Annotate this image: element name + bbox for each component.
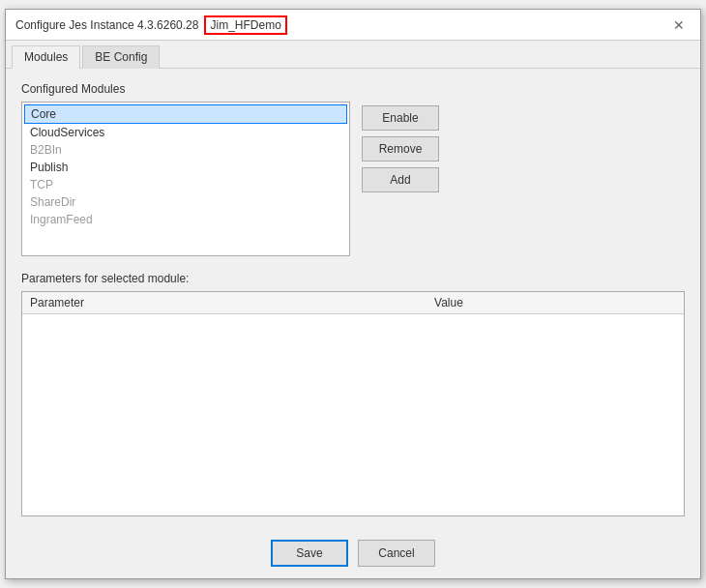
dialog-title: Configure Jes Instance 4.3.6260.28 [15,18,198,32]
modules-section-label: Configured Modules [21,82,685,96]
module-item-b2bin[interactable]: B2BIn [24,141,347,159]
module-item-publish[interactable]: Publish [24,159,347,176]
module-item-core[interactable]: Core [24,104,347,124]
modules-area: CoreCloudServicesB2BInPublishTCPShareDir… [21,102,685,256]
module-item-cloudservices[interactable]: CloudServices [24,124,347,141]
params-label: Parameters for selected module: [21,272,685,285]
module-item-tcp[interactable]: TCP [24,176,347,193]
tab-beconfig[interactable]: BE Config [82,45,160,69]
param-col-header: Parameter [22,292,427,314]
title-bar: Configure Jes Instance 4.3.6260.28 Jim_H… [6,10,700,41]
footer: Save Cancel [6,530,700,578]
cancel-button[interactable]: Cancel [358,540,435,567]
modules-list[interactable]: CoreCloudServicesB2BInPublishTCPShareDir… [21,102,350,256]
instance-name: Jim_HFDemo [204,15,286,35]
module-item-sharedir[interactable]: ShareDir [24,193,347,211]
close-button[interactable]: ✕ [667,16,691,34]
enable-button[interactable]: Enable [362,105,439,131]
params-section: Parameters for selected module: Paramete… [21,272,685,516]
params-table-header: Parameter Value [22,292,684,314]
tab-bar: Modules BE Config [6,41,700,69]
save-button[interactable]: Save [271,540,348,567]
value-col-header: Value [427,292,684,314]
title-bar-left: Configure Jes Instance 4.3.6260.28 Jim_H… [15,15,287,35]
configure-dialog: Configure Jes Instance 4.3.6260.28 Jim_H… [5,9,701,579]
modules-buttons: Enable Remove Add [362,102,439,256]
module-item-ingramfeed[interactable]: IngramFeed [24,211,347,228]
tab-modules[interactable]: Modules [12,45,80,69]
remove-button[interactable]: Remove [362,136,439,162]
params-table: Parameter Value [22,292,684,314]
params-table-container: Parameter Value [21,291,685,516]
add-button[interactable]: Add [362,167,439,192]
main-content: Configured Modules CoreCloudServicesB2BI… [6,69,700,530]
